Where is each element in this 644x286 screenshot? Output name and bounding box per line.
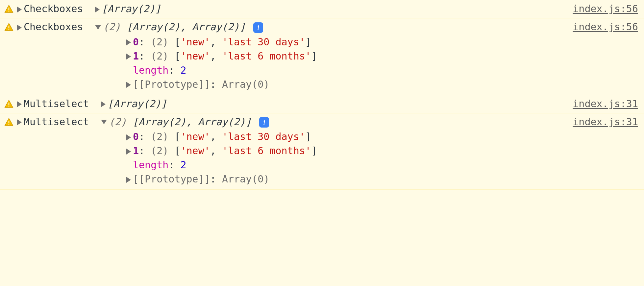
array-summary: [Array(2)] [108,98,167,109]
array-length-summary: (2) [103,21,121,33]
svg-rect-4 [9,103,10,105]
chevron-right-icon[interactable] [126,54,131,60]
property-key: 0 [133,131,139,142]
warning-icon [4,117,14,127]
entry-content: Multiselect [Array(2)] [17,98,167,109]
string-value: 'last 6 months' [222,145,311,156]
item-count: (2) [151,50,168,62]
chevron-down-icon[interactable] [95,25,101,30]
property-row: 1: (2) ['new', 'last 6 months'] [126,49,640,63]
source-link[interactable]: index.js:31 [573,116,638,128]
source-link[interactable]: index.js:56 [573,21,638,33]
item-count: (2) [151,36,168,48]
item-count: (2) [151,131,168,142]
property-value: Array(0) [222,173,270,185]
console-entry-header: Checkboxes (2) [Array(2), Array(2)] i [4,21,640,33]
svg-rect-6 [9,121,10,123]
svg-rect-2 [9,26,10,28]
property-row: length: 2 [126,63,640,77]
chevron-right-icon[interactable] [101,101,106,107]
property-row: [[Prototype]]: Array(0) [126,172,640,186]
console-entry: Multiselect [Array(2)]index.js:31 [0,95,644,113]
string-value: 'new' [181,36,210,48]
source-link[interactable]: index.js:31 [573,98,638,109]
log-label: Checkboxes [24,21,83,33]
string-value: 'new' [181,145,210,156]
console-entry: Checkboxes [Array(2)]index.js:56 [0,0,644,18]
entry-content: Multiselect (2) [Array(2), Array(2)] i [17,116,269,128]
entry-content: Checkboxes [Array(2)] [17,3,161,14]
object-properties: 0: (2) ['new', 'last 30 days']1: (2) ['n… [126,130,640,186]
chevron-right-icon[interactable] [126,134,131,140]
console-entry-header: Multiselect (2) [Array(2), Array(2)] i [4,116,640,128]
expand-toggle-icon[interactable] [17,7,22,12]
property-key: 1 [133,50,139,62]
string-value: 'new' [181,50,210,62]
chevron-right-icon[interactable] [126,39,131,45]
property-row: 1: (2) ['new', 'last 6 months'] [126,144,640,158]
array-length-summary: (2) [109,116,127,128]
array-summary: [Array(2), Array(2)] [133,116,251,128]
console-entry-header: Multiselect [Array(2)] [4,98,640,109]
svg-rect-3 [9,29,10,30]
svg-rect-1 [9,11,10,12]
warning-icon [4,99,14,109]
chevron-right-icon[interactable] [126,149,131,155]
property-key: [[Prototype]] [133,79,210,90]
string-value: 'last 6 months' [222,50,311,62]
chevron-right-icon[interactable] [95,7,100,12]
chevron-down-icon[interactable] [101,120,107,124]
property-row: [[Prototype]]: Array(0) [126,77,640,91]
string-value: 'new' [181,131,210,142]
chevron-right-icon[interactable] [126,177,131,183]
string-value: 'last 30 days' [222,36,305,48]
property-row: 0: (2) ['new', 'last 30 days'] [126,130,640,144]
svg-rect-7 [9,124,10,125]
entry-content: Checkboxes (2) [Array(2), Array(2)] i [17,21,263,33]
console-entry: Checkboxes (2) [Array(2), Array(2)] iind… [0,18,644,95]
warning-icon [4,99,14,109]
svg-rect-5 [9,106,10,107]
array-summary: [Array(2)] [102,3,161,14]
info-icon[interactable]: i [253,22,263,33]
property-key: length [133,64,168,76]
array-summary: [Array(2), Array(2)] [127,21,245,33]
property-value: 2 [181,159,186,171]
property-row: 0: (2) ['new', 'last 30 days'] [126,35,640,49]
svg-rect-0 [9,8,10,10]
property-key: length [133,159,168,171]
property-key: [[Prototype]] [133,173,210,185]
property-value: 2 [181,64,186,76]
source-link[interactable]: index.js:56 [573,3,638,14]
log-label: Multiselect [24,116,89,128]
chevron-right-icon[interactable] [126,82,131,88]
console-log-panel: Checkboxes [Array(2)]index.js:56 Checkbo… [0,0,644,190]
property-key: 0 [133,36,139,48]
property-row: length: 2 [126,158,640,172]
string-value: 'last 30 days' [222,131,305,142]
object-properties: 0: (2) ['new', 'last 30 days']1: (2) ['n… [126,35,640,91]
expand-toggle-icon[interactable] [17,25,22,31]
console-entry: Multiselect (2) [Array(2), Array(2)] iin… [0,113,644,190]
warning-icon [4,117,14,127]
item-count: (2) [151,145,168,156]
property-value: Array(0) [222,79,270,90]
log-label: Checkboxes [24,3,83,14]
property-key: 1 [133,145,139,156]
warning-icon [4,4,14,14]
expand-toggle-icon[interactable] [17,101,22,107]
expand-toggle-icon[interactable] [17,119,22,125]
warning-icon [4,22,14,32]
warning-icon [4,22,14,32]
warning-icon [4,4,14,14]
log-label: Multiselect [24,98,89,109]
info-icon[interactable]: i [259,117,269,128]
console-entry-header: Checkboxes [Array(2)] [4,3,640,14]
